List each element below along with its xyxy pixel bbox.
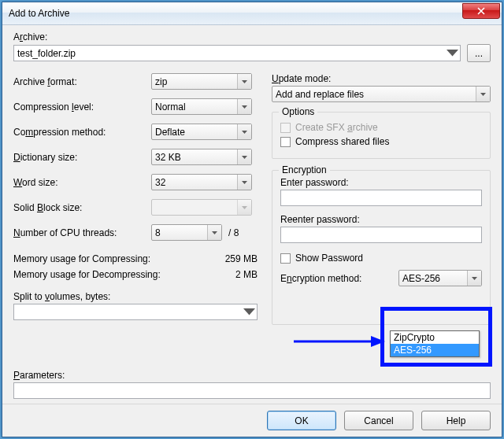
dropdown-option-aes256[interactable]: AES-256 bbox=[391, 344, 479, 356]
create-sfx-checkbox: Create SFX archive bbox=[280, 122, 482, 133]
close-button[interactable] bbox=[462, 3, 500, 19]
checkbox-icon bbox=[280, 253, 291, 264]
split-volumes-combo[interactable] bbox=[13, 304, 258, 320]
titlebar: Add to Archive bbox=[2, 2, 502, 25]
right-column: Update mode: Add and replace files Optio… bbox=[272, 73, 491, 325]
window: Add to Archive Archive: test_folder.zip … bbox=[2, 2, 502, 437]
chevron-down-icon bbox=[207, 225, 221, 240]
chevron-down-icon bbox=[476, 87, 490, 101]
password-label: Enter password: bbox=[280, 177, 482, 188]
cancel-button[interactable]: Cancel bbox=[344, 411, 413, 430]
solid-block-size-label: Solid Block size: bbox=[13, 202, 151, 213]
encryption-method-combo[interactable]: AES-256 bbox=[398, 270, 482, 286]
parameters-input[interactable] bbox=[13, 382, 491, 399]
parameters-label: Parameters: bbox=[13, 370, 491, 381]
help-button[interactable]: Help bbox=[421, 411, 491, 430]
chevron-down-icon bbox=[447, 47, 458, 59]
compression-level-label: Compression level: bbox=[13, 101, 151, 113]
update-mode-combo[interactable]: Add and replace files bbox=[272, 86, 491, 102]
reenter-password-label: Reenter password: bbox=[280, 214, 482, 225]
chevron-down-icon bbox=[237, 99, 251, 114]
checkbox-icon bbox=[280, 123, 291, 133]
mem-compress-value: 259 MB bbox=[225, 253, 258, 264]
solid-block-size-combo bbox=[151, 199, 252, 216]
archive-path-combo[interactable]: test_folder.zip bbox=[13, 45, 461, 61]
encryption-method-dropdown[interactable]: ZipCrypto AES-256 bbox=[390, 330, 480, 357]
word-size-label: Word size: bbox=[13, 177, 151, 188]
compression-method-combo[interactable]: Deflate bbox=[151, 124, 252, 140]
left-column: Archive format: zip Compression level: N… bbox=[13, 73, 258, 325]
cpu-threads-label: Number of CPU threads: bbox=[13, 227, 151, 238]
dropdown-option-zipcrypto[interactable]: ZipCrypto bbox=[391, 331, 479, 344]
window-title: Add to Archive bbox=[9, 8, 462, 19]
split-volumes-label: Split to volumes, bytes: bbox=[13, 291, 258, 302]
archive-format-label: Archive format: bbox=[13, 76, 151, 87]
ok-button[interactable]: OK bbox=[267, 411, 336, 430]
checkbox-icon bbox=[280, 137, 291, 147]
update-mode-label: Update mode: bbox=[272, 73, 491, 84]
chevron-down-icon bbox=[237, 175, 251, 190]
client-area: Archive: test_folder.zip ... Archive for… bbox=[2, 25, 502, 437]
button-bar: OK Cancel Help bbox=[2, 404, 502, 437]
options-group: Options Create SFX archive Compress shar… bbox=[272, 112, 491, 159]
dictionary-size-label: Dictionary size: bbox=[13, 152, 151, 163]
annotation-arrow-icon bbox=[292, 334, 387, 349]
cpu-threads-combo[interactable]: 8 bbox=[151, 224, 222, 241]
encryption-group: Encryption Enter password: Reenter passw… bbox=[272, 170, 491, 325]
mem-decompress-value: 2 MB bbox=[235, 269, 258, 280]
reenter-password-input[interactable] bbox=[280, 227, 482, 243]
chevron-down-icon bbox=[243, 306, 255, 318]
columns: Archive format: zip Compression level: N… bbox=[13, 73, 491, 325]
chevron-down-icon bbox=[237, 124, 251, 139]
compression-method-label: Compression method: bbox=[13, 127, 151, 138]
archive-path-value: test_folder.zip bbox=[17, 48, 76, 59]
mem-compress-label: Memory usage for Compressing: bbox=[13, 253, 150, 264]
compress-shared-checkbox[interactable]: Compress shared files bbox=[280, 136, 482, 147]
archive-format-combo[interactable]: zip bbox=[151, 73, 252, 90]
dictionary-size-combo[interactable]: 32 KB bbox=[151, 149, 252, 165]
show-password-checkbox[interactable]: Show Password bbox=[280, 253, 482, 264]
close-icon bbox=[477, 7, 485, 15]
browse-button[interactable]: ... bbox=[467, 44, 491, 62]
chevron-down-icon bbox=[237, 149, 251, 164]
cpu-threads-max: / 8 bbox=[228, 227, 239, 238]
archive-label: Archive: bbox=[13, 31, 491, 42]
compression-level-combo[interactable]: Normal bbox=[151, 98, 252, 115]
encryption-method-label: Encryption method: bbox=[280, 273, 391, 284]
chevron-down-icon bbox=[237, 74, 251, 89]
password-input[interactable] bbox=[280, 190, 482, 206]
options-title: Options bbox=[279, 106, 317, 117]
chevron-down-icon bbox=[237, 200, 251, 215]
word-size-combo[interactable]: 32 bbox=[151, 174, 252, 190]
encryption-title: Encryption bbox=[279, 164, 330, 175]
chevron-down-icon bbox=[467, 271, 481, 286]
mem-decompress-label: Memory usage for Decompressing: bbox=[13, 269, 161, 280]
